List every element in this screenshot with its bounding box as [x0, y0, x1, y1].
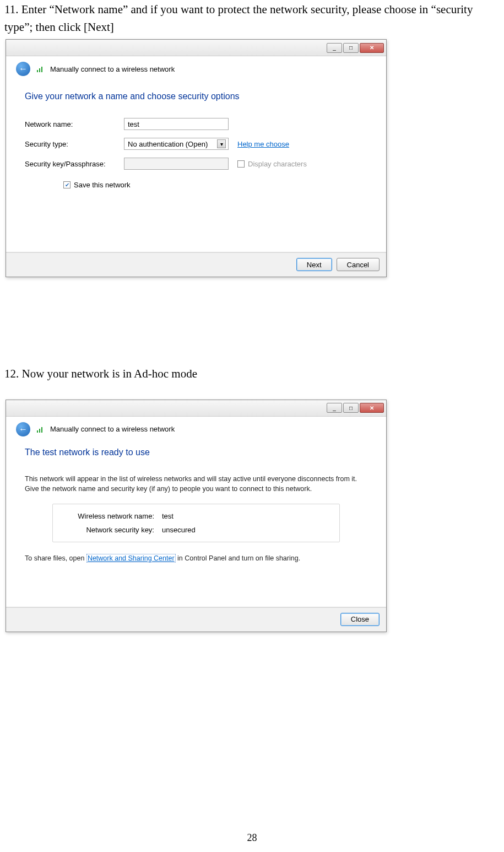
wifi-icon — [36, 64, 45, 73]
wifi-icon — [36, 425, 45, 434]
step-11-text: 11. Enter “Network name” and if you want… — [4, 1, 500, 36]
network-summary-box: Wireless network name: test Network secu… — [52, 504, 340, 542]
dialog-content: The test network is ready to use This ne… — [6, 439, 386, 632]
titlebar: _ □ ✕ — [6, 400, 386, 417]
network-name-label: Network name: — [25, 120, 124, 128]
dialog-content: Give your network a name and choose secu… — [6, 78, 386, 277]
save-network-label: Save this network — [74, 181, 131, 189]
share-files-text: To share files, open Network and Sharing… — [25, 553, 367, 563]
wizard-header: ← Manually connect to a wireless network — [6, 56, 386, 78]
minimize-button[interactable]: _ — [327, 403, 342, 413]
summary-row-name: Wireless network name: test — [63, 512, 329, 520]
passphrase-label: Security key/Passphrase: — [25, 160, 124, 168]
wname-value: test — [162, 512, 174, 520]
wizard-header: ← Manually connect to a wireless network — [6, 417, 386, 439]
dialog-network-setup: _ □ ✕ ← Manually connect to a wireless n… — [6, 39, 387, 277]
key-value: unsecured — [162, 526, 196, 534]
help-me-choose-link[interactable]: Help me choose — [237, 140, 289, 148]
back-icon[interactable]: ← — [16, 422, 30, 436]
step-12-text: 12. Now your network is in Ad-hoc mode — [4, 365, 500, 383]
summary-row-key: Network security key: unsecured — [63, 526, 329, 534]
button-row: Close — [340, 613, 380, 626]
row-network-name: Network name: — [25, 118, 367, 130]
security-type-label: Security type: — [25, 140, 124, 148]
dialog-heading: Give your network a name and choose secu… — [25, 91, 367, 101]
security-type-select[interactable]: No authentication (Open) ▾ — [124, 138, 229, 150]
button-row: Next Cancel — [296, 258, 380, 271]
maximize-button[interactable]: □ — [343, 403, 359, 413]
security-type-value: No authentication (Open) — [128, 140, 208, 148]
share-suffix: in Control Panel and turn on file sharin… — [176, 554, 301, 562]
row-save-network: ✔ Save this network — [63, 181, 367, 189]
save-network-checkbox[interactable]: ✔ — [63, 181, 71, 188]
display-chars-checkbox — [237, 160, 245, 168]
dialog-heading: The test network is ready to use — [25, 447, 367, 457]
titlebar: _ □ ✕ — [6, 40, 386, 56]
back-icon[interactable]: ← — [16, 62, 30, 76]
chevron-down-icon: ▾ — [217, 139, 226, 148]
passphrase-input — [124, 158, 229, 170]
network-sharing-center-link[interactable]: Network and Sharing Center — [86, 554, 176, 563]
close-button[interactable]: ✕ — [360, 403, 384, 413]
row-passphrase: Security key/Passphrase: Display charact… — [25, 158, 367, 170]
close-button[interactable]: ✕ — [360, 43, 384, 53]
dialog-network-ready: _ □ ✕ ← Manually connect to a wireless n… — [6, 400, 387, 632]
next-button[interactable]: Next — [296, 258, 332, 271]
network-name-input[interactable] — [124, 118, 229, 130]
ready-body-text: This network will appear in the list of … — [25, 474, 367, 494]
window-title: Manually connect to a wireless network — [50, 65, 175, 73]
wname-label: Wireless network name: — [63, 512, 162, 520]
key-label: Network security key: — [63, 526, 162, 534]
share-prefix: To share files, open — [25, 554, 86, 562]
window-title: Manually connect to a wireless network — [50, 425, 175, 433]
display-chars-wrap: Display characters — [237, 160, 307, 168]
cancel-button[interactable]: Cancel — [337, 258, 380, 271]
display-chars-label: Display characters — [248, 160, 307, 168]
page-number: 28 — [0, 832, 504, 844]
close-dialog-button[interactable]: Close — [340, 613, 380, 626]
minimize-button[interactable]: _ — [327, 43, 342, 53]
maximize-button[interactable]: □ — [343, 43, 359, 53]
row-security-type: Security type: No authentication (Open) … — [25, 138, 367, 150]
